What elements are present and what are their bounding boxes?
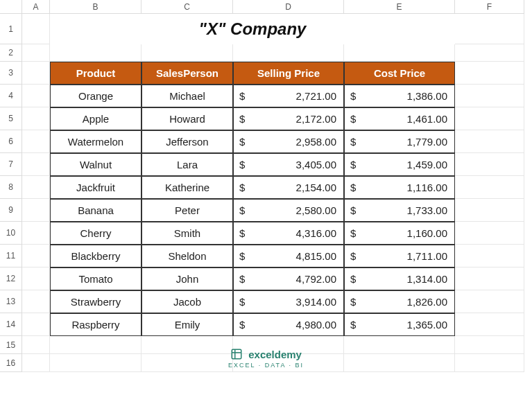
table-row[interactable]: Jacob [141, 290, 233, 313]
cell-F7[interactable] [455, 153, 524, 176]
row-header-3[interactable]: 3 [0, 62, 22, 85]
table-row[interactable]: Orange [50, 85, 141, 107]
table-row[interactable]: Sheldon [141, 245, 233, 267]
table-row[interactable]: $4,316.00 [233, 222, 344, 245]
table-row[interactable]: $2,721.00 [233, 85, 344, 107]
table-row[interactable]: Emily [141, 313, 233, 336]
row-header-5[interactable]: 5 [0, 107, 22, 130]
table-row[interactable]: $1,386.00 [344, 85, 455, 107]
col-header-C[interactable]: C [141, 0, 233, 14]
table-row[interactable]: Jackfruit [50, 176, 141, 199]
table-row[interactable]: $1,826.00 [344, 290, 455, 313]
row-header-4[interactable]: 4 [0, 85, 22, 107]
cell-A5[interactable] [22, 107, 50, 130]
table-row[interactable]: Jefferson [141, 130, 233, 153]
table-row[interactable]: Tomato [50, 267, 141, 290]
cell-A8[interactable] [22, 176, 50, 199]
table-row[interactable]: $4,815.00 [233, 245, 344, 267]
table-row[interactable]: Raspberry [50, 313, 141, 336]
cell-A9[interactable] [22, 199, 50, 222]
table-row[interactable]: Walnut [50, 153, 141, 176]
cell-D2[interactable] [233, 44, 344, 62]
cell-E2[interactable] [344, 44, 455, 62]
cell-A12[interactable] [22, 267, 50, 290]
cell-F9[interactable] [455, 199, 524, 222]
cell-A2[interactable] [22, 44, 50, 62]
table-row[interactable]: Banana [50, 199, 141, 222]
row-header-14[interactable]: 14 [0, 313, 22, 336]
col-header-F[interactable]: F [455, 0, 524, 14]
table-row[interactable]: Watermelon [50, 130, 141, 153]
table-row[interactable]: $1,733.00 [344, 199, 455, 222]
row-header-9[interactable]: 9 [0, 199, 22, 222]
cell-A13[interactable] [22, 290, 50, 313]
row-header-13[interactable]: 13 [0, 290, 22, 313]
col-header-A[interactable]: A [22, 0, 50, 14]
table-row[interactable]: $1,365.00 [344, 313, 455, 336]
table-row[interactable]: Smith [141, 222, 233, 245]
cell-F11[interactable] [455, 245, 524, 267]
header-cost[interactable]: Cost Price [344, 62, 455, 85]
cell-F5[interactable] [455, 107, 524, 130]
cell-A14[interactable] [22, 313, 50, 336]
cell-A1[interactable] [22, 14, 50, 44]
table-row[interactable]: Peter [141, 199, 233, 222]
table-row[interactable]: $4,980.00 [233, 313, 344, 336]
table-row[interactable]: Michael [141, 85, 233, 107]
col-header-D[interactable]: D [233, 0, 344, 14]
cell-F2[interactable] [455, 44, 524, 62]
cell-B2[interactable] [50, 44, 141, 62]
row-header-10[interactable]: 10 [0, 222, 22, 245]
page-title[interactable]: "X" Company [50, 14, 455, 44]
row-header-1[interactable]: 1 [0, 14, 22, 44]
cell-F3[interactable] [455, 62, 524, 85]
row-header-2[interactable]: 2 [0, 44, 22, 62]
table-row[interactable]: Blackberry [50, 245, 141, 267]
header-salesperson[interactable]: SalesPerson [141, 62, 233, 85]
table-row[interactable]: $1,314.00 [344, 267, 455, 290]
cell-F6[interactable] [455, 130, 524, 153]
row-header-7[interactable]: 7 [0, 153, 22, 176]
table-row[interactable]: $2,154.00 [233, 176, 344, 199]
table-row[interactable]: Cherry [50, 222, 141, 245]
cell-A7[interactable] [22, 153, 50, 176]
select-all-corner[interactable] [0, 0, 22, 14]
cell-A6[interactable] [22, 130, 50, 153]
table-row[interactable]: $3,914.00 [233, 290, 344, 313]
table-row[interactable]: Apple [50, 107, 141, 130]
cell-A3[interactable] [22, 62, 50, 85]
col-header-E[interactable]: E [344, 0, 455, 14]
table-row[interactable]: Lara [141, 153, 233, 176]
row-header-11[interactable]: 11 [0, 245, 22, 267]
cell-A4[interactable] [22, 85, 50, 107]
table-row[interactable]: $1,116.00 [344, 176, 455, 199]
row-header-6[interactable]: 6 [0, 130, 22, 153]
cell-A11[interactable] [22, 245, 50, 267]
header-selling[interactable]: Selling Price [233, 62, 344, 85]
cell-F14[interactable] [455, 313, 524, 336]
table-row[interactable]: $2,958.00 [233, 130, 344, 153]
table-row[interactable]: Strawberry [50, 290, 141, 313]
cell-F4[interactable] [455, 85, 524, 107]
header-product[interactable]: Product [50, 62, 141, 85]
table-row[interactable]: $1,160.00 [344, 222, 455, 245]
cell-F1[interactable] [455, 14, 524, 44]
row-header-8[interactable]: 8 [0, 176, 22, 199]
cell-C2[interactable] [141, 44, 233, 62]
table-row[interactable]: $1,711.00 [344, 245, 455, 267]
table-row[interactable]: $1,459.00 [344, 153, 455, 176]
cell-A10[interactable] [22, 222, 50, 245]
table-row[interactable]: $3,405.00 [233, 153, 344, 176]
table-row[interactable]: $1,461.00 [344, 107, 455, 130]
cell-F8[interactable] [455, 176, 524, 199]
table-row[interactable]: Howard [141, 107, 233, 130]
table-row[interactable]: $1,779.00 [344, 130, 455, 153]
table-row[interactable]: $4,792.00 [233, 267, 344, 290]
table-row[interactable]: $2,580.00 [233, 199, 344, 222]
cell-F13[interactable] [455, 290, 524, 313]
cell-F12[interactable] [455, 267, 524, 290]
col-header-B[interactable]: B [50, 0, 141, 14]
table-row[interactable]: $2,172.00 [233, 107, 344, 130]
table-row[interactable]: John [141, 267, 233, 290]
cell-F10[interactable] [455, 222, 524, 245]
